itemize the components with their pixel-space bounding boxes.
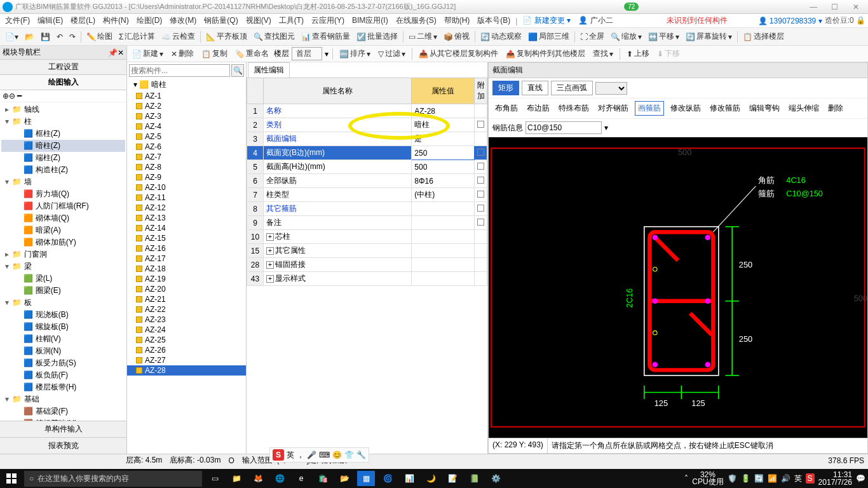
redo-icon[interactable]: ↷ — [67, 31, 78, 43]
ime-skin-icon[interactable]: 👕 — [344, 451, 354, 459]
tray-lang[interactable]: 英 — [794, 473, 802, 484]
taskbar-app-7[interactable]: 🌙 — [422, 471, 440, 486]
tree-item[interactable]: 🟦 端柱(Z) — [1, 152, 125, 164]
menu-tools[interactable]: 工具(T) — [276, 14, 306, 27]
list-item[interactable]: AZ-28 — [127, 365, 246, 376]
sort-button[interactable]: 🔤排序 ▾ — [337, 47, 373, 60]
tree-item[interactable]: 🟦 构造柱(Z) — [1, 164, 125, 176]
sum-calc-button[interactable]: Σ 汇总计算 — [116, 30, 158, 43]
maximize-button[interactable]: ☐ — [825, 3, 844, 11]
tray-sync-icon[interactable]: 🔄 — [754, 474, 764, 483]
menu-floor[interactable]: 楼层(L) — [68, 14, 98, 27]
task-view-icon[interactable]: ▭ — [206, 471, 224, 486]
property-row[interactable]: 28+锚固搭接 — [247, 258, 487, 272]
dim-2d-dropdown[interactable]: ▭ 二维 ▾ — [406, 30, 440, 43]
copy-component-button[interactable]: 📋复制 — [199, 47, 230, 60]
bird-view-button[interactable]: 📦俯视 — [441, 30, 472, 43]
flat-top-button[interactable]: 📐平齐板顶 — [203, 30, 250, 43]
list-item[interactable]: AZ-20 — [127, 284, 246, 294]
tray-volume-icon[interactable]: 🔊 — [781, 474, 790, 483]
shape-tab-arc[interactable]: 三点画弧 — [551, 81, 593, 95]
taskbar-store-icon[interactable]: 🛍️ — [314, 471, 332, 486]
tree-item[interactable]: 🟩 梁(L) — [1, 273, 125, 285]
list-item[interactable]: AZ-22 — [127, 304, 246, 315]
list-item[interactable]: AZ-2 — [127, 101, 246, 111]
ime-lang[interactable]: 英 — [287, 450, 294, 461]
list-item[interactable]: AZ-23 — [127, 315, 246, 325]
tree-item[interactable]: 🟩 圈梁(E) — [1, 285, 125, 297]
property-row[interactable]: 9备注 — [247, 216, 487, 230]
menu-component[interactable]: 构件(N) — [100, 14, 132, 27]
shape-tab-rect[interactable]: 矩形 — [492, 81, 519, 95]
rebar-opt[interactable]: 特殊布筋 — [556, 102, 592, 115]
taskbar-app-8[interactable]: 📝 — [444, 471, 461, 486]
tray-notifications-icon[interactable]: 💬 — [856, 474, 865, 483]
property-row[interactable]: 43+显示样式 — [247, 272, 487, 286]
move-down-button[interactable]: ⬇ 下移 — [654, 47, 682, 60]
select-floor-button[interactable]: 📋选择楼层 — [740, 30, 787, 43]
tree-item[interactable]: 🟦 楼层板带(H) — [1, 381, 125, 393]
tray-sogou-icon[interactable]: S — [806, 473, 815, 484]
tree-item[interactable]: ▾ 📁 墙 — [1, 176, 125, 188]
new-file-icon[interactable]: 📄▾ — [3, 31, 21, 43]
tree-item[interactable]: 🟦 暗柱(Z) — [1, 140, 125, 152]
menu-cloud[interactable]: 云应用(Y) — [309, 14, 347, 27]
list-item[interactable]: AZ-18 — [127, 264, 246, 274]
list-item[interactable]: AZ-4 — [127, 121, 246, 132]
rebar-info-dropdown-icon[interactable]: ▾ — [604, 123, 608, 132]
list-item[interactable]: AZ-27 — [127, 355, 246, 365]
list-item[interactable]: AZ-26 — [127, 345, 246, 355]
pan-button[interactable]: ↔️平移 ▾ — [646, 30, 682, 43]
list-item[interactable]: AZ-3 — [127, 111, 246, 121]
nav-tab-draw-input[interactable]: 绘图输入 — [0, 75, 126, 90]
start-button[interactable] — [3, 471, 20, 486]
report-preview-button[interactable]: 报表预览 — [0, 437, 126, 454]
menu-bim[interactable]: BIM应用(I) — [349, 14, 391, 27]
nav-tree[interactable]: ▸ 📁 轴线▾ 📁 柱 🟦 框柱(Z) 🟦 暗柱(Z) 🟦 端柱(Z) 🟦 构造… — [0, 102, 126, 421]
taskbar-app-active[interactable]: ▦ — [357, 471, 375, 486]
tree-item[interactable]: 🟦 板受力筋(S) — [1, 357, 125, 369]
taskbar-search[interactable]: ○ 在这里输入你要搜索的内容 — [24, 471, 202, 487]
account-link[interactable]: 👤 13907298339 ▾ — [758, 17, 822, 25]
cloud-check-button[interactable]: ☁️云检查 — [159, 30, 198, 43]
menu-modify[interactable]: 修改(M) — [167, 14, 199, 27]
tray-expand-icon[interactable]: ˄ — [684, 474, 688, 483]
menu-draw[interactable]: 绘图(D) — [134, 14, 165, 27]
rebar-opt[interactable]: 删除 — [825, 102, 846, 115]
tree-item[interactable]: ▸ 📁 轴线 — [1, 104, 125, 116]
tree-item[interactable]: 🟥 剪力墙(Q) — [1, 188, 125, 200]
tree-item[interactable]: 🟥 人防门框墙(RF) — [1, 200, 125, 212]
list-item[interactable]: AZ-13 — [127, 213, 246, 223]
section-canvas[interactable]: 250 250 125 125 2C16 角筋 4C16 箍筋 C10@150 … — [489, 137, 867, 438]
tree-item[interactable]: 🟧 暗梁(A) — [1, 224, 125, 236]
menu-edit[interactable]: 编辑(E) — [35, 14, 65, 27]
list-item[interactable]: AZ-24 — [127, 325, 246, 335]
zoom-button[interactable]: 🔍缩放 ▾ — [608, 30, 644, 43]
taskbar-app-9[interactable]: 📗 — [465, 471, 483, 486]
find-view-button[interactable]: 🔍查找图元 — [251, 30, 297, 43]
menu-file[interactable]: 文件(F) — [3, 14, 32, 27]
rebar-opt[interactable]: 修改箍筋 — [707, 102, 743, 115]
list-item[interactable]: AZ-21 — [127, 294, 246, 304]
tray-wifi-icon[interactable]: 📶 — [768, 474, 777, 483]
ime-punct-icon[interactable]: ， — [297, 450, 304, 461]
open-icon[interactable]: 📂 — [22, 31, 37, 43]
ime-bar[interactable]: S 英 ， 🎤 ⌨ 😊 👕 🔧 — [269, 447, 369, 463]
delete-component-button[interactable]: ✕ 删除 — [168, 47, 196, 60]
tree-item[interactable]: 🟦 板洞(N) — [1, 345, 125, 357]
tray-shield-icon[interactable]: 🛡️ — [728, 474, 737, 483]
local-3d-button[interactable]: 🟦局部三维 — [526, 30, 572, 43]
tree-item[interactable]: ▸ 📁 门窗洞 — [1, 248, 125, 261]
property-row[interactable]: 7柱类型(中柱) — [247, 188, 487, 202]
new-change-button[interactable]: 📄 新建变更 ▾ — [520, 14, 573, 27]
list-item[interactable]: AZ-8 — [127, 162, 246, 172]
property-row[interactable]: 15+其它属性 — [247, 244, 487, 258]
tree-item[interactable]: ▾ 📁 基础 — [1, 393, 125, 405]
draw-button[interactable]: ✏️绘图 — [84, 30, 115, 43]
taskbar-app-2[interactable]: 🦊 — [249, 471, 267, 486]
property-row[interactable]: 2类别暗柱 — [247, 118, 487, 132]
tree-item[interactable]: 🟧 砌体加筋(Y) — [1, 236, 125, 248]
list-item[interactable]: AZ-12 — [127, 203, 246, 213]
list-item[interactable]: AZ-11 — [127, 193, 246, 203]
search-input[interactable] — [129, 64, 230, 77]
